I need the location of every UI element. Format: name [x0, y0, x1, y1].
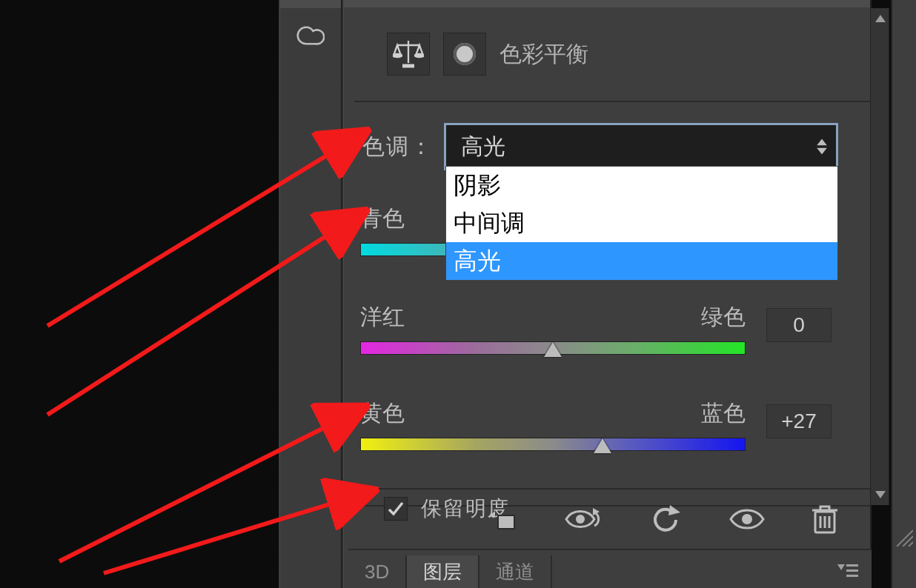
svg-rect-15	[846, 564, 858, 567]
svg-marker-2	[817, 139, 827, 146]
svg-marker-14	[837, 564, 845, 570]
svg-marker-11	[668, 505, 680, 515]
green-label: 绿色	[701, 302, 746, 333]
tone-combo[interactable]: 高光	[444, 123, 838, 170]
svg-marker-5	[875, 491, 886, 498]
tone-option-shadows[interactable]: 阴影	[446, 167, 837, 204]
scroll-up-icon[interactable]	[871, 8, 890, 29]
svg-rect-6	[498, 515, 514, 529]
panel-title: 色彩平衡	[500, 39, 588, 70]
scroll-down-icon[interactable]	[871, 484, 890, 505]
panel-title-row: 色彩平衡	[344, 7, 870, 101]
svg-rect-16	[846, 569, 858, 572]
panel-grip[interactable]	[344, 0, 870, 7]
blue-label: 蓝色	[701, 398, 746, 429]
tab-channels[interactable]: 通道	[479, 555, 552, 588]
tone-combo-value: 高光	[461, 132, 505, 162]
tab-3d[interactable]: 3D	[348, 555, 407, 588]
visibility-icon[interactable]	[729, 508, 765, 530]
yellow-label: 黄色	[360, 398, 405, 429]
svg-marker-4	[875, 15, 886, 22]
dock-grip[interactable]	[280, 0, 341, 8]
trash-icon[interactable]	[812, 504, 837, 534]
scale-icon	[387, 33, 430, 76]
magenta-label: 洋红	[360, 302, 405, 333]
tone-label: 色调：	[362, 132, 434, 162]
tone-option-highlights[interactable]: 高光	[446, 242, 837, 280]
reset-icon[interactable]	[651, 505, 682, 533]
adjustment-toolbar	[348, 488, 872, 549]
panel-menu-icon[interactable]	[837, 555, 872, 588]
svg-rect-17	[846, 575, 858, 577]
tone-combo-list[interactable]: 阴影 中间调 高光	[445, 166, 838, 281]
combo-arrows-icon	[817, 139, 827, 155]
svg-marker-7	[488, 511, 495, 517]
panel-scrollbar[interactable]	[870, 8, 889, 505]
app-root: 色彩平衡 色调： 高光 阴影	[0, 0, 916, 588]
bottom-tabs: 3D 图层 通道	[348, 549, 872, 588]
yellow-blue-slider: 黄色 蓝色	[360, 398, 746, 451]
svg-point-9	[576, 515, 585, 524]
clip-to-layer-icon[interactable]	[488, 507, 517, 532]
magenta-green-slider: 洋红 绿色	[360, 302, 746, 355]
magenta-green-track[interactable]	[360, 341, 746, 355]
tab-layers[interactable]: 图层	[407, 555, 479, 588]
cyan-label: 青色	[360, 204, 405, 234]
workspace-canvas	[0, 0, 279, 588]
resize-gutter[interactable]	[891, 0, 916, 588]
yellow-blue-track[interactable]	[360, 438, 746, 451]
resize-grip-icon[interactable]	[892, 526, 913, 547]
slider-thumb[interactable]	[594, 438, 611, 453]
slider-thumb[interactable]	[544, 342, 562, 357]
circle-mask-icon[interactable]	[443, 33, 486, 76]
svg-point-0	[393, 54, 402, 57]
svg-marker-3	[817, 148, 827, 155]
tone-option-midtones[interactable]: 中间调	[446, 204, 837, 242]
svg-line-20	[909, 542, 913, 547]
yellow-blue-value[interactable]: +27	[766, 404, 832, 438]
view-previous-icon[interactable]	[565, 508, 603, 530]
panel-body: 色调： 高光 阴影 中间调 高光	[354, 101, 870, 507]
collapsed-dock	[280, 0, 342, 588]
svg-point-12	[742, 514, 752, 524]
creative-cloud-icon[interactable]	[296, 21, 325, 50]
magenta-green-value[interactable]: 0	[766, 308, 832, 342]
svg-line-19	[903, 536, 913, 547]
svg-point-1	[415, 54, 424, 57]
